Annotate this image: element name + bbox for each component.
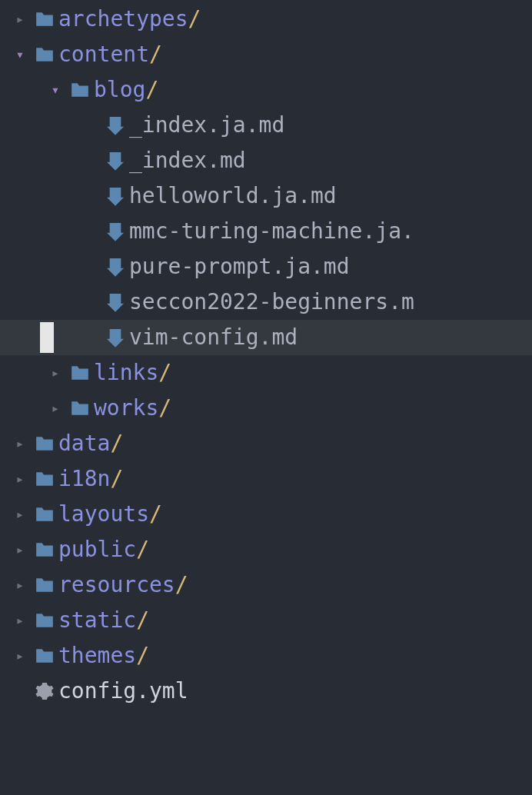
- folder-icon: [31, 11, 58, 28]
- chevron-right-icon[interactable]: ▸: [9, 644, 31, 667]
- tree-file-row[interactable]: config.yml: [0, 674, 532, 709]
- tree-folder-row[interactable]: ▾blog/: [0, 72, 532, 108]
- tree-file-row[interactable]: pure-prompt.ja.md: [0, 249, 532, 284]
- tree-folder-row[interactable]: ▸static/: [0, 603, 532, 638]
- chevron-right-icon[interactable]: ▸: [9, 467, 31, 491]
- tree-folder-row[interactable]: ▾content/: [0, 37, 532, 72]
- path-separator: /: [149, 497, 162, 532]
- tree-folder-row[interactable]: ▸layouts/: [0, 497, 532, 532]
- tree-folder-row[interactable]: ▸links/: [0, 355, 532, 391]
- path-separator: /: [158, 391, 171, 426]
- tree-file-row[interactable]: mmc-turing-machine.ja.: [0, 214, 532, 249]
- cursor-block: [40, 322, 54, 353]
- file-name: _index.ja.md: [129, 108, 284, 143]
- markdown-file-icon: [101, 186, 129, 206]
- folder-name: themes: [58, 638, 136, 674]
- folder-name: layouts: [58, 497, 149, 532]
- folder-icon: [31, 541, 58, 558]
- chevron-right-icon[interactable]: ▸: [9, 538, 31, 561]
- chevron-down-icon[interactable]: ▾: [9, 43, 31, 66]
- tree-file-row[interactable]: _index.ja.md: [0, 108, 532, 143]
- folder-name: content: [58, 37, 149, 72]
- folder-icon: [31, 46, 58, 63]
- folder-name: resources: [58, 567, 175, 603]
- chevron-right-icon[interactable]: ▸: [9, 574, 31, 597]
- folder-icon: [31, 612, 58, 629]
- folder-name: archetypes: [58, 2, 188, 37]
- folder-name: static: [58, 603, 136, 638]
- folder-name: i18n: [58, 461, 110, 497]
- path-separator: /: [136, 532, 149, 567]
- file-name: helloworld.ja.md: [129, 178, 337, 214]
- folder-name: data: [58, 426, 110, 461]
- path-separator: /: [158, 355, 171, 391]
- folder-name: works: [94, 391, 158, 426]
- path-separator: /: [136, 603, 149, 638]
- markdown-file-icon: [101, 328, 129, 348]
- folder-icon: [66, 364, 94, 381]
- chevron-right-icon[interactable]: ▸: [9, 432, 31, 455]
- markdown-file-icon: [101, 151, 129, 171]
- tree-file-row[interactable]: _index.md: [0, 143, 532, 178]
- path-separator: /: [110, 461, 123, 497]
- markdown-file-icon: [101, 115, 129, 135]
- folder-icon: [66, 400, 94, 417]
- file-name: config.yml: [58, 674, 188, 709]
- path-separator: /: [175, 567, 188, 603]
- folder-icon: [66, 81, 94, 98]
- folder-icon: [31, 435, 58, 452]
- tree-file-row[interactable]: vim-config.md: [0, 320, 532, 355]
- chevron-down-icon[interactable]: ▾: [45, 78, 66, 101]
- folder-icon: [31, 471, 58, 487]
- tree-file-row[interactable]: helloworld.ja.md: [0, 178, 532, 214]
- chevron-right-icon[interactable]: ▸: [9, 503, 31, 526]
- file-tree: ▸archetypes/▾content/▾blog/_index.ja.md_…: [0, 2, 532, 709]
- folder-icon: [31, 506, 58, 523]
- path-separator: /: [145, 72, 158, 108]
- chevron-right-icon[interactable]: ▸: [45, 361, 66, 384]
- tree-folder-row[interactable]: ▸themes/: [0, 638, 532, 674]
- folder-name: public: [58, 532, 136, 567]
- path-separator: /: [136, 638, 149, 674]
- folder-icon: [31, 577, 58, 594]
- tree-folder-row[interactable]: ▸works/: [0, 391, 532, 426]
- file-name: seccon2022-beginners.m: [129, 284, 414, 320]
- folder-name: blog: [94, 72, 145, 108]
- file-name: mmc-turing-machine.ja.: [129, 214, 414, 249]
- file-name: pure-prompt.ja.md: [129, 249, 350, 284]
- chevron-right-icon[interactable]: ▸: [45, 397, 66, 420]
- tree-folder-row[interactable]: ▸archetypes/: [0, 2, 532, 37]
- file-name: _index.md: [129, 143, 246, 178]
- chevron-right-icon[interactable]: ▸: [9, 8, 31, 31]
- tree-file-row[interactable]: seccon2022-beginners.m: [0, 284, 532, 320]
- path-separator: /: [188, 2, 201, 37]
- path-separator: /: [110, 426, 123, 461]
- tree-folder-row[interactable]: ▸i18n/: [0, 461, 532, 497]
- path-separator: /: [149, 37, 162, 72]
- folder-icon: [31, 647, 58, 664]
- markdown-file-icon: [101, 221, 129, 241]
- tree-folder-row[interactable]: ▸resources/: [0, 567, 532, 603]
- chevron-right-icon[interactable]: ▸: [9, 609, 31, 632]
- tree-folder-row[interactable]: ▸data/: [0, 426, 532, 461]
- markdown-file-icon: [101, 292, 129, 312]
- folder-name: links: [94, 355, 158, 391]
- gear-icon: [31, 682, 58, 700]
- markdown-file-icon: [101, 257, 129, 277]
- file-name: vim-config.md: [129, 320, 298, 355]
- tree-folder-row[interactable]: ▸public/: [0, 532, 532, 567]
